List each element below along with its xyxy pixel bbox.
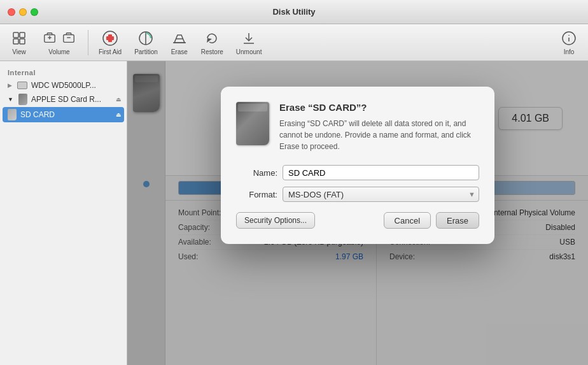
toolbar: View Volume [0,24,588,61]
first-aid-toolbar-group[interactable]: First Aid [94,27,127,58]
erase-toolbar-group[interactable]: Erase [165,27,193,58]
modal-description: Erasing “SD CARD” will delete all data s… [279,118,479,152]
sidebar-label-apple-sd: APPLE SD Card R... [31,95,101,104]
svg-rect-7 [64,35,74,43]
name-form-row: Name: [236,165,479,180]
format-select-wrapper: MS-DOS (FAT) ExFAT Mac OS Extended (Jour… [283,187,479,202]
sidebar-label-wdc: WDC WD5000LP... [31,81,96,90]
restore-toolbar-group[interactable]: Restore [196,27,228,58]
sidebar-item-wdc[interactable]: ▶ WDC WD5000LP... [0,79,127,92]
format-select[interactable]: MS-DOS (FAT) ExFAT Mac OS Extended (Jour… [283,187,479,202]
modal-text: Erase “SD CARD”? Erasing “SD CARD” will … [279,102,479,152]
minimize-button[interactable] [19,8,27,16]
volume-add-icon [41,29,59,47]
info-label: Info [564,48,575,55]
sidebar-section-internal: Internal [0,66,127,79]
sidebar-item-sd-card[interactable]: SD CARD ⏏ [3,107,124,122]
erase-label: Erase [171,48,188,55]
sidebar-item-apple-sd[interactable]: ▼ APPLE SD Card R... ⏏ [0,92,127,107]
erase-icon [171,29,188,47]
titlebar: Disk Utility [0,0,588,24]
svg-rect-1 [20,32,25,38]
security-options-button[interactable]: Security Options... [236,212,315,229]
modal-title: Erase “SD CARD”? [279,102,479,113]
volume-toolbar-group[interactable]: Volume [36,27,83,58]
info-toolbar-group[interactable]: Info [555,27,583,58]
restore-label: Restore [201,48,223,55]
first-aid-icon [101,29,119,47]
info-icon [560,29,578,47]
cancel-button[interactable]: Cancel [384,212,431,229]
format-field-label: Format: [236,190,277,199]
partition-label: Partition [134,48,158,55]
main-area: Internal ▶ WDC WD5000LP... ▼ APPLE SD Ca… [0,61,588,365]
eject-icon-apple-sd: ⏏ [116,96,122,103]
expand-icon-apple-sd: ▼ [8,96,13,103]
hdd-icon-wdc [17,82,27,89]
name-field-label: Name: [236,168,277,178]
view-icon [10,29,28,47]
window-title: Disk Utility [272,7,315,17]
volume-label: Volume [48,48,69,55]
erase-modal: Erase “SD CARD”? Erasing “SD CARD” will … [221,87,494,244]
sd-card-icon-apple-sd [18,94,27,105]
partition-icon [137,29,155,47]
unmount-toolbar-group[interactable]: Unmount [231,27,267,58]
sd-volume-icon [8,109,17,120]
svg-rect-0 [13,32,18,38]
modal-sd-icon [236,102,269,145]
traffic-lights [8,8,38,16]
format-form-row: Format: MS-DOS (FAT) ExFAT Mac OS Extend… [236,187,479,202]
sidebar-label-sd-card: SD CARD [20,110,55,119]
maximize-button[interactable] [31,8,38,16]
modal-buttons-right: Cancel Erase [384,212,479,229]
close-button[interactable] [8,8,15,16]
view-label: View [12,48,26,55]
first-aid-label: First Aid [99,48,122,55]
modal-header: Erase “SD CARD”? Erasing “SD CARD” will … [236,102,479,152]
modal-overlay: Erase “SD CARD”? Erasing “SD CARD” will … [127,61,588,365]
modal-buttons: Security Options... Cancel Erase [236,212,479,229]
eject-icon-sd-card: ⏏ [116,111,122,118]
svg-point-19 [568,35,570,36]
sidebar: Internal ▶ WDC WD5000LP... ▼ APPLE SD Ca… [0,61,127,365]
name-input[interactable] [283,165,479,180]
unmount-icon [240,29,258,47]
modal-form: Name: Format: MS-DOS (FAT) ExFAT Mac OS … [236,165,479,202]
expand-icon-wdc: ▶ [8,82,12,89]
toolbar-sep-1 [88,30,88,55]
restore-icon [203,29,221,47]
volume-remove-icon [60,29,78,47]
svg-rect-11 [106,36,114,40]
view-toolbar-group[interactable]: View [5,27,33,58]
erase-button[interactable]: Erase [436,212,479,229]
svg-rect-3 [20,39,25,44]
unmount-label: Unmount [236,48,262,55]
content-area: 4.01 GB Mount Point: /Volumes/SD CARD Ca… [127,61,588,365]
partition-toolbar-group[interactable]: Partition [129,27,163,58]
svg-rect-2 [13,39,18,44]
